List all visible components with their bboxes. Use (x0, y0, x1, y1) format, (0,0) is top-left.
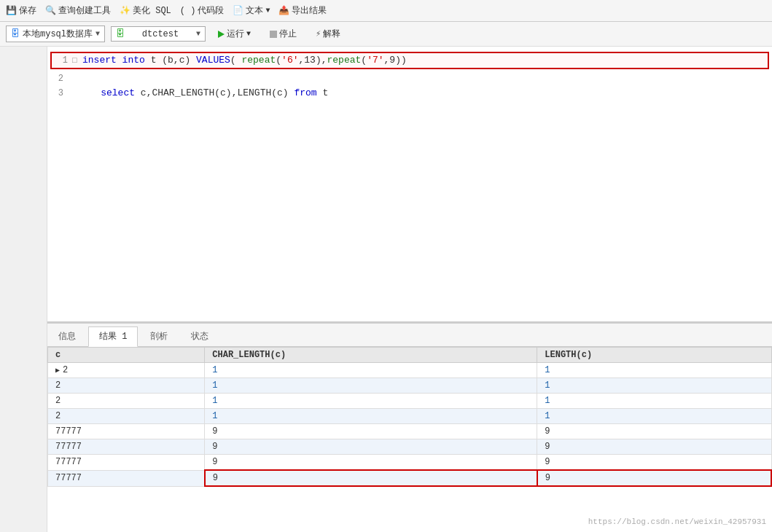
tab-results[interactable]: 结果 1 (88, 326, 138, 347)
beautify-sql-button[interactable]: ✨ 美化 SQL (120, 4, 171, 17)
cell-length: 9 (537, 455, 771, 471)
bottom-panel: 信息 结果 1 剖析 状态 c CHAR_LENGTH(c) LENGTH(c) (47, 324, 772, 532)
table-row: 77777 9 9 (48, 424, 772, 439)
tab-profile[interactable]: 剖析 (139, 326, 179, 346)
table-row: 2 1 1 (48, 394, 772, 409)
db-local-icon: 🗄 (11, 28, 20, 39)
editor-line-2: 2 (47, 71, 772, 86)
explain-icon: ⚡ (316, 28, 321, 39)
line-number-3: 3 (47, 86, 68, 101)
line-content-1: insert into t (b,c) VALUES( repeat('6',1… (82, 53, 768, 68)
cell-length-highlighted: 9 (537, 470, 771, 486)
stop-button[interactable]: 停止 (263, 26, 303, 42)
db-icon: 🗄 (116, 28, 125, 39)
stop-label: 停止 (279, 28, 297, 40)
watermark: https://blog.csdn.net/weixin_42957931 (588, 517, 766, 526)
explain-label: 解释 (323, 28, 340, 40)
cell-length: 9 (537, 439, 771, 455)
line-content-3: select c,CHAR_LENGTH(c),LENGTH(c) from t (78, 86, 772, 101)
text-icon: 📄 (233, 5, 243, 16)
tab-info[interactable]: 信息 (47, 326, 87, 346)
line-number-2: 2 (47, 71, 68, 86)
table-row: 77777 9 9 (48, 455, 772, 471)
left-sidebar (0, 47, 47, 532)
db-local-chevron: ▼ (95, 30, 100, 38)
cell-char-length: 9 (205, 439, 537, 455)
cell-c: 2 (48, 378, 205, 394)
cell-char-length-highlighted: 9 (205, 470, 537, 486)
cell-length: 1 (537, 363, 771, 378)
save-button[interactable]: 💾 保存 (6, 4, 36, 17)
cell-length: 1 (537, 409, 771, 424)
run-dropdown-icon: ▼ (246, 30, 251, 38)
cell-char-length: 9 (205, 424, 537, 439)
explain-button[interactable]: ⚡ 解释 (309, 26, 347, 42)
table-row: 77777 9 9 (48, 439, 772, 455)
table-row: 2 1 1 (48, 409, 772, 424)
code-label: 代码段 (198, 4, 224, 17)
sql-editor[interactable]: 1 □ insert into t (b,c) VALUES( repeat('… (47, 47, 772, 324)
cell-c: 77777 (48, 424, 205, 439)
results-table: c CHAR_LENGTH(c) LENGTH(c) 2 1 1 (47, 347, 772, 487)
export-label: 导出结果 (292, 4, 327, 17)
cell-length: 1 (537, 394, 771, 409)
cell-c: 2 (48, 363, 205, 378)
col-length: LENGTH(c) (537, 348, 771, 363)
local-db-selector[interactable]: 🗄 本地mysql数据库 ▼ (6, 26, 105, 42)
main-toolbar: 💾 保存 🔍 查询创建工具 ✨ 美化 SQL ( ) 代码段 📄 文本 ▼ 📤 … (0, 0, 772, 22)
cell-char-length: 1 (205, 409, 537, 424)
text-dropdown-icon: ▼ (265, 7, 270, 15)
query-label: 查询创建工具 (58, 4, 111, 17)
text-label: 文本 (246, 4, 263, 17)
code-icon: ( ) (180, 6, 196, 16)
cell-c: 77777 (48, 439, 205, 455)
save-icon: 💾 (6, 5, 17, 16)
col-c: c (48, 348, 205, 363)
query-icon: 🔍 (45, 5, 56, 16)
collapse-icon-1[interactable]: □ (72, 53, 82, 68)
export-icon: 📤 (278, 5, 289, 16)
cell-char-length: 1 (205, 378, 537, 394)
tab-status[interactable]: 状态 (180, 326, 219, 346)
editor-line-3[interactable]: 3 select c,CHAR_LENGTH(c),LENGTH(c) from… (47, 86, 772, 101)
db-name-selector[interactable]: 🗄 dtctest ▼ (111, 26, 206, 42)
query-builder-button[interactable]: 🔍 查询创建工具 (45, 4, 111, 17)
cell-length: 9 (537, 424, 771, 439)
code-snippet-button[interactable]: ( ) 代码段 (180, 4, 225, 17)
main-layout: 1 □ insert into t (b,c) VALUES( repeat('… (0, 47, 772, 532)
line-number-1: 1 (52, 53, 72, 68)
beautify-icon: ✨ (120, 5, 130, 16)
results-area[interactable]: c CHAR_LENGTH(c) LENGTH(c) 2 1 1 (47, 347, 772, 532)
db-name-label: dtctest (142, 29, 179, 39)
table-row: 2 1 1 (48, 363, 772, 378)
editor-line-1[interactable]: 1 □ insert into t (b,c) VALUES( repeat('… (50, 52, 769, 69)
secondary-toolbar: 🗄 本地mysql数据库 ▼ 🗄 dtctest ▼ 运行 ▼ 停止 ⚡ 解释 (0, 22, 772, 47)
export-button[interactable]: 📤 导出结果 (278, 4, 327, 17)
col-char-length: CHAR_LENGTH(c) (205, 348, 537, 363)
cell-c: 2 (48, 409, 205, 424)
cell-char-length: 1 (205, 394, 537, 409)
play-icon (218, 31, 225, 38)
cell-length: 1 (537, 378, 771, 394)
table-header-row: c CHAR_LENGTH(c) LENGTH(c) (48, 348, 772, 363)
cell-c: 2 (48, 394, 205, 409)
save-label: 保存 (19, 4, 36, 17)
run-label: 运行 (227, 28, 244, 40)
run-button[interactable]: 运行 ▼ (211, 26, 257, 42)
cell-c: 77777 (48, 455, 205, 471)
table-row-highlighted: 77777 9 9 (48, 470, 772, 486)
beautify-label: 美化 SQL (133, 4, 171, 17)
text-button[interactable]: 📄 文本 ▼ (233, 4, 270, 17)
cell-char-length: 9 (205, 455, 537, 471)
db-name-chevron: ▼ (196, 30, 200, 38)
stop-icon (270, 31, 277, 38)
content-area: 1 □ insert into t (b,c) VALUES( repeat('… (47, 47, 772, 532)
cell-c: 77777 (48, 470, 205, 486)
tabs-bar: 信息 结果 1 剖析 状态 (47, 324, 772, 347)
cell-char-length: 1 (205, 363, 537, 378)
table-row: 2 1 1 (48, 378, 772, 394)
local-db-label: 本地mysql数据库 (23, 28, 93, 40)
